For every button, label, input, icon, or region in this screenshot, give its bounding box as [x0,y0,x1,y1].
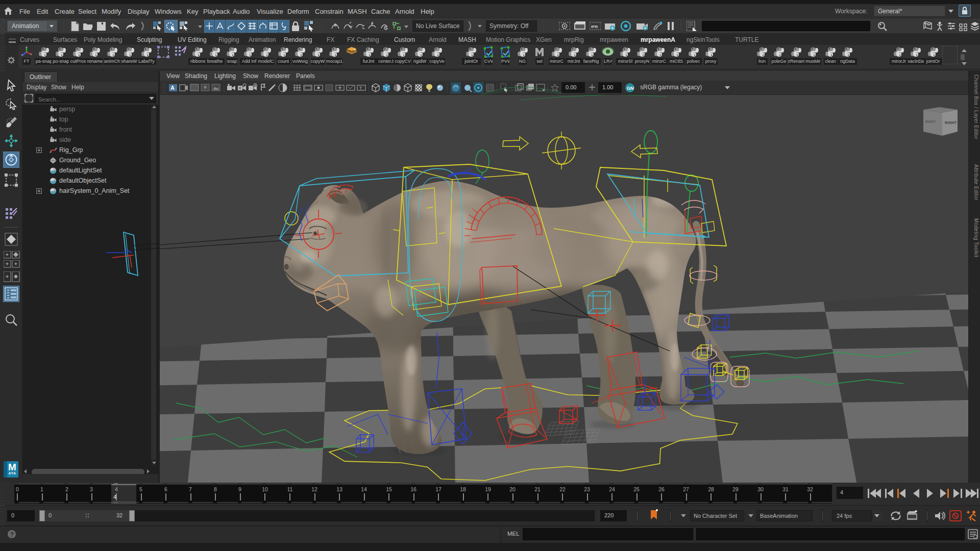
svg-text:RIGHT: RIGHT [925,120,936,123]
svg-text:B: B [239,86,241,90]
svg-text:A: A [170,85,175,91]
svg-text:?: ? [10,531,14,538]
svg-text:IPR: IPR [591,24,598,29]
svg-text:RIGHT: RIGHT [945,120,957,125]
svg-text:T: T [359,86,362,91]
